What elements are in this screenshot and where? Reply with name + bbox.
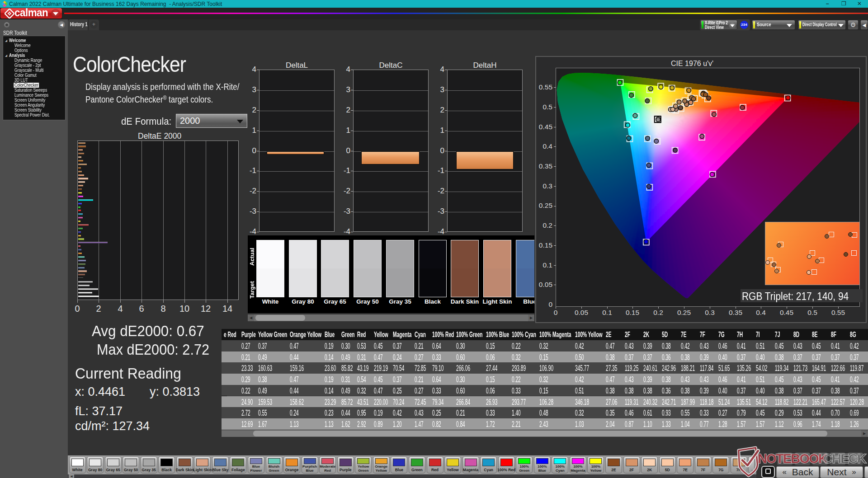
- svg-text:NOTEBOOK: NOTEBOOK: [758, 451, 828, 466]
- svg-text:CHECK: CHECK: [823, 451, 867, 466]
